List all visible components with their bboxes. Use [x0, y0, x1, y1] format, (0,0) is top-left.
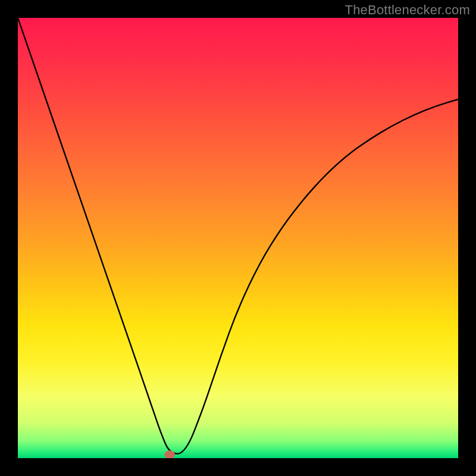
watermark-text: TheBottlenecker.com [345, 2, 470, 18]
chart-stage: TheBottlenecker.com [0, 0, 476, 476]
gradient-background [18, 18, 458, 458]
plot-area [18, 18, 458, 458]
chart-svg [18, 18, 458, 458]
